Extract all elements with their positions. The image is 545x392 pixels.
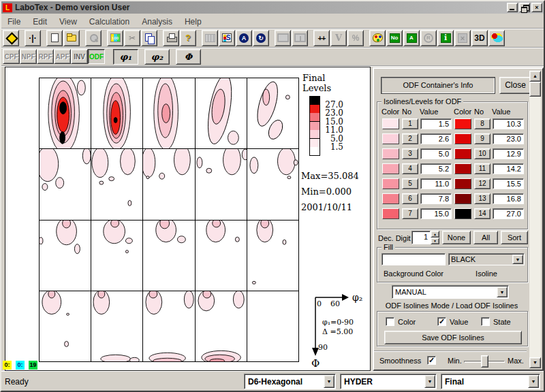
isoline-no-button-1[interactable]: 1 [402, 118, 418, 129]
percent-button[interactable]: % [347, 30, 364, 46]
data-table-button[interactable] [202, 30, 218, 46]
print-button[interactable] [163, 30, 179, 46]
values-button[interactable]: V [330, 30, 347, 46]
mode-cpf-button[interactable]: CPF [3, 49, 20, 64]
isoline-color-swatch-12[interactable] [454, 178, 471, 189]
isoline-color-swatch-14[interactable] [454, 208, 471, 219]
chevron-down-icon[interactable]: ▼ [497, 287, 508, 297]
section-phi2-button[interactable]: φ₂ [144, 49, 170, 65]
isoline-no-button-12[interactable]: 12 [474, 178, 490, 189]
isoline-color-swatch-13[interactable] [454, 193, 471, 204]
sort-button[interactable]: Sort [501, 231, 528, 244]
labels-a-button[interactable]: A [403, 30, 420, 46]
scale-100-button[interactable]: 100 [107, 30, 123, 46]
dropdown-hyder[interactable]: HYDER▼ [340, 374, 437, 389]
background-color-field[interactable] [382, 253, 446, 265]
isoline-color-combo[interactable]: BLACK ▼ [448, 253, 525, 265]
color-map-button[interactable] [488, 30, 505, 46]
mode-rpf-button[interactable]: RPF [37, 49, 54, 64]
window-split-button[interactable] [292, 30, 308, 46]
angles-rotate-button[interactable]: ↻ [253, 30, 269, 46]
copy-button[interactable] [141, 30, 157, 46]
isoline-value-field-8[interactable]: 10.3 [493, 118, 524, 129]
mode-odf-button[interactable]: ODF [88, 49, 105, 64]
info-button[interactable]: i [437, 30, 454, 46]
close-panel-button[interactable]: Close [499, 77, 531, 94]
scrollbar-thumb[interactable] [529, 82, 541, 97]
isoline-no-button-10[interactable]: 10 [474, 148, 490, 159]
section-phi-button[interactable]: Φ [176, 49, 201, 65]
isoline-color-swatch-8[interactable] [454, 118, 471, 129]
isoline-color-swatch-5[interactable] [382, 178, 399, 189]
isoline-value-field-11[interactable]: 14.2 [493, 163, 524, 174]
palette-button[interactable] [369, 30, 386, 46]
value-checkbox[interactable]: ✓Value [437, 317, 468, 326]
menu-calculation[interactable]: Calculation [83, 16, 136, 28]
slider-thumb[interactable] [481, 355, 488, 368]
isoline-no-button-7[interactable]: 7 [402, 208, 418, 219]
isoline-no-button-2[interactable]: 2 [402, 133, 418, 144]
menu-view[interactable]: View [53, 16, 83, 28]
isoline-no-button-8[interactable]: 8 [474, 118, 490, 129]
mode-npf-button[interactable]: NPF [20, 49, 37, 64]
menu-edit[interactable]: Edit [27, 16, 53, 28]
state-checkbox[interactable]: State [481, 317, 511, 326]
isoline-color-swatch-4[interactable] [382, 163, 399, 174]
none-button[interactable]: None [442, 231, 471, 244]
cut-button[interactable]: ✂ [124, 30, 140, 46]
isoline-value-field-4[interactable]: 5.2 [420, 163, 452, 174]
chevron-down-icon[interactable]: ▼ [528, 375, 539, 388]
odf-container-info-button[interactable]: ODF Container's Info [381, 77, 495, 94]
isoline-no-button-3[interactable]: 3 [402, 148, 418, 159]
menu-analysis[interactable]: Analysis [136, 16, 178, 28]
isoline-value-field-10[interactable]: 12.9 [493, 148, 524, 159]
dec-digit-field[interactable]: 1 [411, 231, 431, 244]
isoline-value-field-1[interactable]: 1.5 [420, 118, 452, 129]
chevron-down-icon[interactable]: ▼ [324, 375, 334, 388]
angles-a-button[interactable]: A [236, 30, 252, 46]
registered-button[interactable]: R [420, 30, 437, 46]
isoline-value-field-9[interactable]: 23.0 [493, 133, 524, 144]
chevron-down-icon[interactable]: ▼ [512, 255, 523, 264]
fit-button[interactable]: ·|· [25, 30, 41, 46]
open-file-button[interactable] [63, 30, 80, 46]
section-phi1-button[interactable]: φ₁ [113, 49, 138, 65]
mode-inv-button[interactable]: INV [71, 49, 88, 64]
isoline-no-button-14[interactable]: 14 [474, 208, 490, 219]
restore-button[interactable] [519, 3, 530, 12]
isoline-value-field-13[interactable]: 16.8 [493, 193, 524, 204]
isolines-mode-combo[interactable]: MANUAL ▼ [392, 285, 509, 299]
isoline-color-swatch-7[interactable] [382, 208, 399, 219]
exit-button[interactable] [3, 30, 19, 46]
isoline-color-swatch-3[interactable] [382, 148, 399, 159]
isoline-no-button-5[interactable]: 5 [402, 178, 418, 189]
isoline-color-swatch-11[interactable] [454, 163, 471, 174]
smoothness-slider[interactable] [464, 355, 505, 368]
numbers-button[interactable]: No [386, 30, 403, 46]
isoline-color-swatch-9[interactable] [454, 133, 471, 144]
menu-file[interactable]: File [1, 16, 27, 28]
isoline-value-field-12[interactable]: 15.5 [493, 178, 524, 189]
isoline-value-field-5[interactable]: 11.0 [420, 178, 452, 189]
panel-scrollbar[interactable]: ▲ ▼ [529, 71, 541, 368]
isoline-no-button-9[interactable]: 9 [474, 133, 490, 144]
mode-apf-button[interactable]: APF [54, 49, 71, 64]
isoline-value-field-2[interactable]: 2.6 [420, 133, 452, 144]
isoline-no-button-4[interactable]: 4 [402, 163, 418, 174]
close-view-button[interactable]: × [454, 30, 471, 46]
isoline-color-swatch-6[interactable] [382, 193, 399, 204]
scroll-down-icon[interactable]: ▼ [529, 357, 541, 368]
zoom-button[interactable] [85, 30, 102, 46]
isoline-value-field-14[interactable]: 27.0 [493, 208, 524, 219]
statistics-button[interactable]: S [219, 30, 235, 46]
close-window-button[interactable]: × [531, 3, 542, 12]
minimize-button[interactable] [507, 3, 518, 12]
chevron-down-icon[interactable]: ▼ [424, 375, 435, 388]
isoline-no-button-11[interactable]: 11 [474, 163, 490, 174]
smoothness-checkbox[interactable]: ✓ [427, 356, 439, 365]
save-odf-isolines-button[interactable]: Save ODF Isolines [384, 331, 522, 344]
isoline-value-field-6[interactable]: 7.8 [420, 193, 452, 204]
scroll-up-icon[interactable]: ▲ [529, 71, 541, 82]
view-3d-button[interactable]: 3D [471, 30, 488, 46]
isoline-value-field-7[interactable]: 15.0 [420, 208, 452, 219]
